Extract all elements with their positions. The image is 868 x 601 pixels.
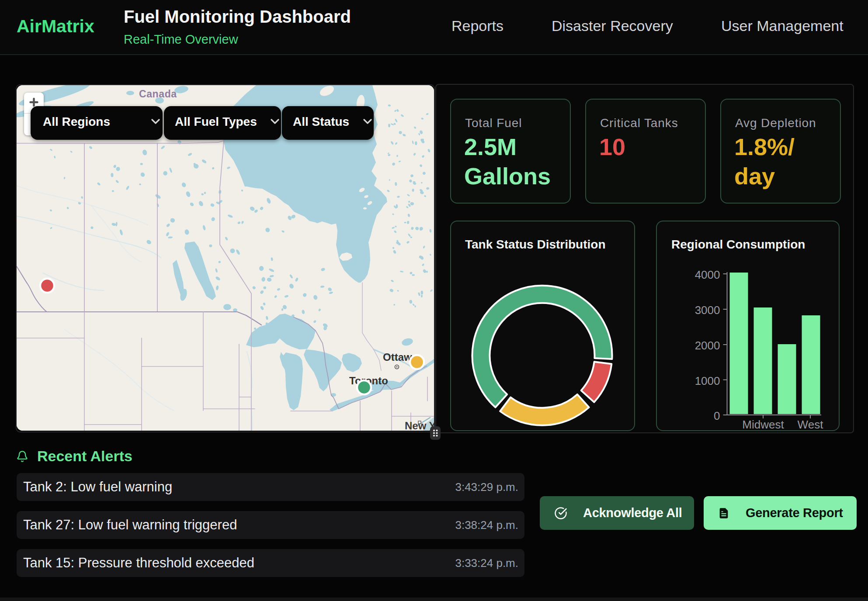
svg-text:West: West: [798, 418, 824, 431]
svg-text:0: 0: [714, 409, 720, 422]
svg-text:Canada: Canada: [139, 88, 177, 100]
svg-text:4000: 4000: [695, 268, 720, 281]
svg-text:1000: 1000: [695, 374, 720, 387]
svg-text:3000: 3000: [695, 304, 720, 317]
svg-text:2000: 2000: [695, 339, 720, 352]
svg-text:Midwest: Midwest: [742, 418, 784, 431]
